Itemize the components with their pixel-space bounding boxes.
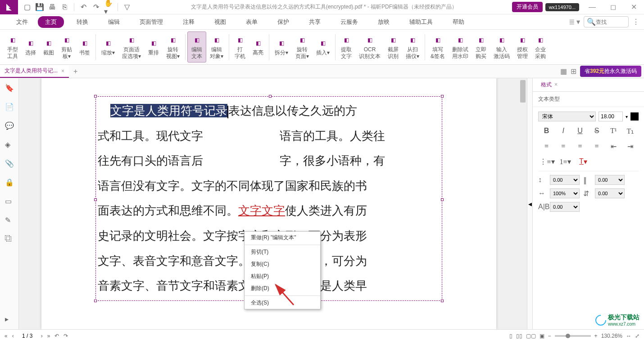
collapse-right-icon[interactable]: ◂ xyxy=(527,78,532,329)
ribbon-页面适应选项[interactable]: ◧页面适应选项▾ xyxy=(118,31,145,63)
size-dropdown-icon[interactable]: ▾ xyxy=(626,114,628,119)
fields-icon[interactable]: ▭ xyxy=(5,197,14,206)
open-icon[interactable]: ▢ xyxy=(23,3,32,12)
ribbon-缩放[interactable]: ◧缩放▾ xyxy=(98,31,118,63)
grid-view-icon[interactable]: ▦ xyxy=(560,67,567,76)
view-cover-icon[interactable]: ▣ xyxy=(540,333,544,339)
zoom-in-icon[interactable]: + xyxy=(594,333,598,339)
spacing-c[interactable]: 100% xyxy=(550,188,580,198)
ribbon-输入激活码[interactable]: ◧输入激活码 xyxy=(490,31,513,63)
ribbon-拆分[interactable]: ◧拆分▾ xyxy=(271,31,292,63)
vip-button[interactable]: 开通会员 xyxy=(512,2,543,12)
add-tab-button[interactable]: + xyxy=(69,67,82,76)
italic-button[interactable]: I xyxy=(555,125,571,137)
ribbon-选择[interactable]: ◧选择 xyxy=(22,31,40,63)
view-single-icon[interactable]: ▯ xyxy=(509,333,512,339)
attachments-icon[interactable]: 📎 xyxy=(5,159,14,168)
ribbon-旋转页面[interactable]: ◧旋转页面▾ xyxy=(292,31,313,63)
prev-page-icon[interactable]: ‹ xyxy=(12,333,14,339)
menu-edit[interactable]: 编辑 xyxy=(101,16,127,28)
bullet-list-button[interactable]: ⋮≡▾ xyxy=(538,156,556,167)
user-button[interactable]: wx114970... xyxy=(545,3,579,11)
document-tab[interactable]: 文字是人类用符号记... × xyxy=(0,65,69,78)
ribbon-立即购买[interactable]: ◧立即购买 xyxy=(472,31,490,63)
ribbon-截屏识别[interactable]: ◧截屏识别 xyxy=(384,31,402,63)
menu-form[interactable]: 表单 xyxy=(239,16,265,28)
align-right-button[interactable]: ≡ xyxy=(571,140,588,152)
align-left-button[interactable]: ≡ xyxy=(538,140,555,152)
number-list-button[interactable]: 1≡▾ xyxy=(556,156,574,167)
fit-page-icon[interactable]: ⤢ xyxy=(635,333,639,339)
spacing-d[interactable]: 0.00 xyxy=(595,188,625,198)
copy-icon[interactable]: ⿻ xyxy=(5,235,14,244)
zoom-slider[interactable] xyxy=(555,335,591,337)
reading-order-icon[interactable]: ≣ ▾ xyxy=(569,18,580,26)
font-size-input[interactable] xyxy=(599,112,623,121)
next-page-icon[interactable]: › xyxy=(41,333,43,339)
hand-icon[interactable]: ✋▾ xyxy=(104,3,113,12)
menu-accessibility[interactable]: 辅助工具 xyxy=(402,16,440,28)
tab-close-icon[interactable]: × xyxy=(61,68,64,74)
comments-icon[interactable]: 💬 xyxy=(5,121,14,130)
undo-icon[interactable]: ↶ xyxy=(79,3,88,12)
ribbon-书签[interactable]: ◧书签 xyxy=(76,31,94,63)
spacing-e[interactable]: 0.00 xyxy=(550,202,580,212)
document-area[interactable]: 文字是人类用符号记录表达信息以传之久远的方 式和工具。现代文字语言的工具。人类往… xyxy=(19,78,527,329)
bookmark-icon[interactable]: 🔖 xyxy=(5,84,14,93)
menu-protect[interactable]: 保护 xyxy=(270,16,296,28)
promo-banner[interactable]: 省392元抢永久激活码 xyxy=(580,66,641,77)
print-icon[interactable]: 🖶 xyxy=(48,3,57,12)
ctx-paste[interactable]: 粘贴(P) xyxy=(245,270,320,282)
ctx-delete[interactable]: 删除(D) xyxy=(245,282,320,295)
indent-left-button[interactable]: ⇤ xyxy=(605,140,622,152)
vertical-scrollbar[interactable] xyxy=(519,78,527,329)
layers-icon[interactable]: ◈ xyxy=(5,140,14,149)
forward-icon[interactable]: ↷ xyxy=(63,333,68,339)
more-icon[interactable]: ⋮ xyxy=(632,18,639,26)
back-icon[interactable]: ↶ xyxy=(54,333,59,339)
minimize-button[interactable]: — xyxy=(582,0,603,14)
ribbon-剪贴板[interactable]: ◧剪贴板▾ xyxy=(58,31,76,63)
close-button[interactable]: ✕ xyxy=(623,0,644,14)
last-page-icon[interactable]: » xyxy=(47,333,50,339)
underline-button[interactable]: U xyxy=(571,125,588,137)
menu-page-mgmt[interactable]: 页面管理 xyxy=(132,16,170,28)
ctx-cut[interactable]: 剪切(T) xyxy=(245,246,320,258)
subscript-button[interactable]: T₁ xyxy=(622,125,639,137)
menu-comment[interactable]: 注释 xyxy=(176,16,202,28)
ctx-select-all[interactable]: 全选(S) xyxy=(245,297,320,309)
ribbon-打字机[interactable]: ◧打字机 xyxy=(231,31,249,63)
strike-button[interactable]: S xyxy=(589,125,605,137)
spacing-a[interactable]: 0.00 xyxy=(550,175,580,185)
menu-share[interactable]: 共享 xyxy=(302,16,328,28)
menu-file[interactable]: 文件 xyxy=(9,18,35,26)
ribbon-OCR识别文[interactable]: ◧OCR识别文本 xyxy=(355,31,384,63)
ribbon-授权管理[interactable]: ◧授权管理 xyxy=(513,31,531,63)
dropdown-icon[interactable]: ▽ xyxy=(122,3,132,12)
menu-help[interactable]: 帮助 xyxy=(445,16,472,28)
text-color-button[interactable]: T▾ xyxy=(574,156,592,167)
ctx-copy[interactable]: 复制(C) xyxy=(245,258,320,270)
save-icon[interactable]: 💾 xyxy=(35,3,44,12)
menu-cloud[interactable]: 云服务 xyxy=(333,16,365,28)
menu-view[interactable]: 视图 xyxy=(207,16,233,28)
expand-right-icon[interactable]: ▸ xyxy=(5,315,14,324)
font-select[interactable]: 宋体 xyxy=(538,112,596,121)
redo-icon[interactable]: ↷ xyxy=(91,3,100,12)
ribbon-手型工具[interactable]: ◧手型工具 xyxy=(4,31,22,63)
ribbon-高亮[interactable]: ◧高亮 xyxy=(249,31,267,63)
view-continuous-icon[interactable]: ▯▯ xyxy=(516,333,522,339)
security-icon[interactable]: 🔒 xyxy=(5,178,14,187)
view-facing-icon[interactable]: ▢▢ xyxy=(526,333,536,339)
ribbon-截图[interactable]: ◧截图 xyxy=(40,31,58,63)
ctx-redo[interactable]: 重做(R) "编辑文本" xyxy=(245,232,320,244)
align-justify-button[interactable]: ≡ xyxy=(589,140,605,152)
ribbon-旋转视图[interactable]: ◧旋转视图▾ xyxy=(163,31,183,63)
page-input[interactable] xyxy=(18,333,36,339)
font-color-swatch[interactable] xyxy=(630,112,639,121)
search-box[interactable]: 🔍 xyxy=(584,16,629,27)
pages-icon[interactable]: 📄 xyxy=(5,103,14,112)
superscript-button[interactable]: T¹ xyxy=(605,125,622,137)
align-center-button[interactable]: ≡ xyxy=(555,140,571,152)
ribbon-填写&签名[interactable]: ◧填写&签名 xyxy=(427,31,449,63)
